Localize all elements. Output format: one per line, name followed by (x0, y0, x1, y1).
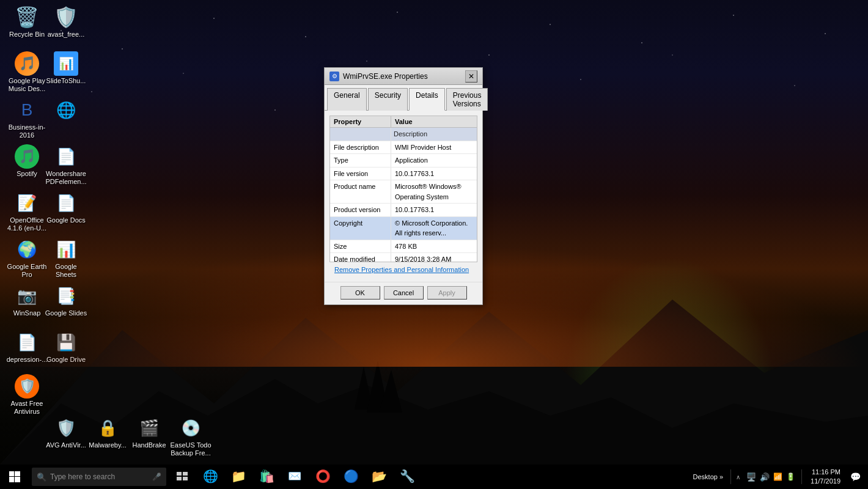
prop-date-modified: Date modified (330, 253, 391, 262)
row-file-version: File version 10.0.17763.1 (330, 167, 477, 181)
icon-depression[interactable]: 📄 depression-... (2, 328, 51, 366)
val-product-version: 10.0.17763.1 (391, 204, 438, 216)
svg-rect-7 (9, 477, 14, 482)
recycle-bin-icon: 🗑️ (15, 5, 39, 29)
tab-general[interactable]: General (327, 88, 367, 111)
dialog-title-icon: ⚙ (329, 72, 339, 81)
notification-center-button[interactable]: 💬 (848, 472, 863, 482)
icon-easeus[interactable]: 💿 EaseUS Todo Backup Fre... (166, 413, 215, 460)
search-input[interactable] (50, 472, 149, 481)
tab-security[interactable]: Security (368, 88, 408, 111)
winsnap-icon: 📷 (15, 284, 39, 308)
remove-properties-link[interactable]: Remove Properties and Personal Informati… (334, 266, 477, 273)
icon-google-docs[interactable]: 📄 Google Docs (42, 188, 90, 227)
icon-google-sheets[interactable]: 📊 Google Sheets (42, 235, 90, 281)
val-type: Application (391, 154, 432, 167)
google-earth-icon: 🌍 (15, 237, 39, 262)
dialog-tabs: General Security Details Previous Versio… (325, 85, 482, 111)
desktop-label[interactable]: Desktop » (690, 473, 727, 480)
start-button[interactable] (0, 465, 29, 489)
handbrake-icon: 🎬 (137, 416, 161, 440)
svg-rect-5 (9, 471, 14, 476)
dialog-titlebar[interactable]: ⚙ WmiPrvSE.exe Properties ✕ (325, 68, 482, 85)
taskbar-store[interactable]: 🛍️ (253, 465, 280, 489)
malwarebytes-icon: 🔒 (95, 416, 120, 440)
dialog-title-text: WmiPrvSE.exe Properties (343, 72, 465, 81)
search-icon: 🔍 (37, 472, 46, 482)
taskbar-blue-folder[interactable]: 📂 (366, 465, 392, 489)
icon-wondershare[interactable]: 📄 Wondershare PDFelemen... (42, 142, 90, 188)
clock-time: 11:16 PM (811, 468, 840, 477)
tray-divider (730, 469, 731, 484)
tab-previous-versions[interactable]: Previous Versions (446, 88, 488, 111)
header-value: Value (391, 116, 416, 127)
taskbar-chrome[interactable]: 🔵 (337, 465, 364, 489)
show-hidden-icons[interactable]: ∧ (735, 474, 741, 480)
prop-copyright: Copyright (330, 217, 391, 240)
cancel-button[interactable]: Cancel (384, 286, 424, 300)
wondershare-icon: 📄 (54, 144, 78, 169)
section-value: Description (391, 128, 431, 141)
search-bar[interactable]: 🔍 🎤 (32, 468, 166, 486)
taskbar-email-plus[interactable]: ✉️ (281, 465, 308, 489)
tab-details[interactable]: Details (409, 88, 445, 111)
prop-file-description: File description (330, 141, 391, 154)
details-table-header: Property Value (329, 116, 477, 128)
speaker-icon[interactable]: 🔊 (760, 472, 770, 482)
row-copyright[interactable]: Copyright © Microsoft Corporation. All r… (330, 217, 477, 240)
avg-icon: 🛡️ (54, 416, 78, 440)
google-drive-icon: 💾 (54, 330, 78, 355)
dialog-close-button[interactable]: ✕ (465, 70, 477, 83)
section-description: Description (330, 128, 477, 141)
taskbar-edge[interactable]: 🌐 (197, 465, 224, 489)
prop-type: Type (330, 154, 391, 167)
taskbar-clock[interactable]: 11:16 PM 11/7/2019 (806, 468, 845, 487)
taskbar-task-view[interactable] (169, 465, 196, 489)
row-date-modified: Date modified 9/15/2018 3:28 AM (330, 253, 477, 262)
icon-winsnap[interactable]: 📷 WinSnap (2, 281, 51, 320)
taskbar-unknown[interactable]: 🔧 (394, 465, 421, 489)
section-label (330, 128, 391, 141)
apply-button[interactable]: Apply (427, 286, 467, 300)
openoffice-icon: 📝 (15, 191, 39, 215)
dialog-footer: OK Cancel Apply (325, 282, 482, 304)
google-docs-icon: 📄 (54, 191, 78, 215)
header-property: Property (330, 116, 391, 127)
desktop: 🗑️ Recycle Bin 🛡️ avast_free... 🎵 Google… (0, 0, 868, 489)
network-icon[interactable]: 🖥️ (746, 472, 756, 482)
icon-avast[interactable]: 🛡️ avast_free... (42, 2, 90, 41)
svg-rect-8 (15, 477, 20, 482)
easeus-icon: 💿 (178, 416, 203, 440)
ok-button[interactable]: OK (340, 286, 380, 300)
taskbar: 🔍 🎤 🌐 📁 🛍️ ✉️ ⭕ 🔵 📂 🔧 (0, 465, 868, 489)
icon-avast-antivirus[interactable]: 🛡️ Avast Free Antivirus (2, 372, 51, 418)
taskbar-pinned-icons: 🌐 📁 🛍️ ✉️ ⭕ 🔵 📂 🔧 (169, 465, 421, 489)
details-table-body[interactable]: Description File description WMI Provide… (329, 128, 477, 262)
taskbar-opera[interactable]: ⭕ (309, 465, 336, 489)
chevron-right-icon: » (719, 473, 723, 480)
row-file-description: File description WMI Provider Host (330, 141, 477, 155)
val-copyright: © Microsoft Corporation. All rights rese… (391, 217, 477, 240)
clock-date: 11/7/2019 (811, 477, 840, 486)
taskbar-file-explorer[interactable]: 📁 (225, 465, 252, 489)
svg-rect-9 (177, 472, 182, 476)
svg-rect-10 (183, 472, 188, 476)
val-date-modified: 9/15/2018 3:28 AM (391, 253, 455, 262)
icon-google-slides[interactable]: 📑 Google Slides (42, 281, 90, 320)
slidetoshu-icon: 📊 (54, 51, 78, 76)
battery-icon[interactable]: 🔋 (786, 472, 795, 481)
svg-rect-6 (15, 471, 20, 476)
icon-slidetoshu[interactable]: 📊 SlideToShu... (42, 49, 90, 87)
task-view-icon (177, 472, 188, 480)
depression-icon: 📄 (15, 330, 39, 355)
avast-antivirus-icon: 🛡️ (15, 374, 39, 399)
icon-google-drive[interactable]: 💾 Google Drive (42, 328, 90, 366)
row-type: Type Application (330, 154, 477, 167)
wifi-icon[interactable]: 📶 (773, 472, 782, 481)
system-tray-icons: 🖥️ 🔊 📶 🔋 (744, 472, 798, 482)
dialog-content: Property Value Description File descript… (325, 111, 482, 282)
icon-ie[interactable]: 🌐 (42, 95, 90, 126)
business-icon: B (15, 98, 39, 122)
windows-logo-icon (9, 471, 20, 482)
google-slides-icon: 📑 (54, 284, 78, 308)
